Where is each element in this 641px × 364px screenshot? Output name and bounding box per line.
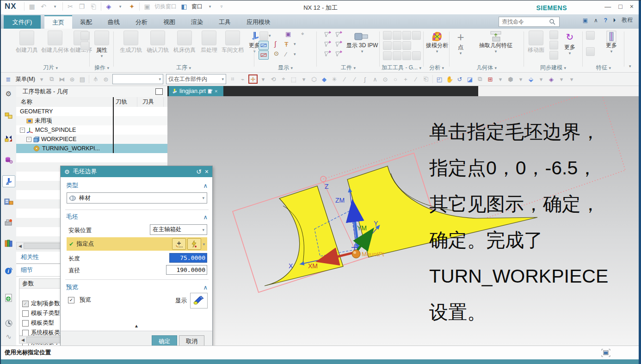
full-screen-icon[interactable]: ▣ — [583, 17, 588, 24]
orient-dropdown-icon[interactable]: ▾ — [537, 75, 545, 83]
feature-sketch-icon[interactable] — [586, 47, 595, 56]
constraint-navigator-icon[interactable] — [3, 133, 15, 144]
mt-icon-3[interactable] — [402, 31, 411, 40]
library-icon[interactable] — [3, 238, 15, 249]
point-button[interactable]: + 点▾ — [453, 31, 468, 56]
point-display-icon[interactable]: ⊙ — [274, 50, 279, 57]
create-geometry-button[interactable]: 创建几何体 — [41, 31, 69, 53]
select-parent-icon[interactable]: ⫛ — [92, 75, 99, 83]
perspective-icon[interactable]: ◪ — [466, 75, 474, 83]
ribbon-overflow-icon[interactable]: ▾ — [629, 64, 631, 68]
sync-icon-3[interactable] — [549, 51, 558, 60]
cutter-dropdown-icon[interactable]: ▾ — [294, 42, 296, 46]
checkbox-icon[interactable] — [22, 310, 29, 317]
group-dropdown-icon[interactable]: ▾ — [189, 66, 191, 70]
collapse-chevron-icon[interactable]: ∧ — [203, 182, 208, 189]
explode-icon[interactable]: ✳ — [331, 75, 338, 83]
tab-home[interactable]: 主页 — [44, 15, 72, 29]
mt-icon-9[interactable] — [393, 51, 401, 60]
part-display-toggle-icon[interactable] — [259, 50, 269, 60]
sash-handle-icon[interactable]: ∿ — [3, 331, 15, 342]
show-result-button[interactable] — [190, 293, 208, 308]
dialog-close-icon[interactable]: × — [205, 168, 209, 175]
collapse-icon[interactable]: − — [26, 137, 31, 142]
generate-toolpath-button[interactable]: 生成刀轨 — [118, 31, 144, 53]
find-command-box[interactable] — [499, 17, 560, 27]
tree-row-unused[interactable]: 未用项 — [16, 116, 167, 125]
type-filter-combo[interactable]: ▾ — [112, 74, 163, 84]
dialog-reset-icon[interactable]: ↺ — [196, 168, 202, 175]
line2-icon[interactable]: ∕ — [351, 75, 358, 83]
curve-icon[interactable]: ʃ — [361, 75, 369, 83]
machine-simulation-button[interactable]: 机床仿真 — [172, 31, 197, 53]
slash-icon[interactable]: ∕ — [412, 75, 419, 83]
group-dropdown-icon[interactable]: ▾ — [290, 66, 293, 70]
lasso-icon[interactable]: ⬚ — [290, 75, 297, 83]
tree-row-geometry[interactable]: GEOMETRY — [16, 107, 167, 116]
arc-icon[interactable]: ∧ — [371, 75, 379, 83]
draft-analysis-button[interactable]: 拔模分析▾ — [425, 31, 449, 55]
maximize-button[interactable]: □ — [618, 3, 622, 10]
mt-icon-6[interactable] — [393, 41, 401, 50]
view-grid-icon[interactable]: ⊞ — [487, 75, 494, 83]
dropdown-arrow-icon[interactable]: ▾ — [202, 196, 204, 200]
preview-checkbox-icon[interactable]: ✓ — [68, 297, 74, 303]
operation-navigator-icon[interactable] — [2, 175, 15, 187]
diameter-input[interactable]: 190.0000 — [166, 265, 207, 275]
group-dropdown-icon[interactable]: ▾ — [55, 66, 58, 70]
section-blank[interactable]: 毛坯∧ — [66, 212, 208, 222]
find-command-input[interactable] — [501, 18, 549, 25]
collapse-icon[interactable]: − — [20, 128, 25, 133]
inferred-point-button[interactable] — [187, 238, 201, 250]
tab-file[interactable]: 文件(F) — [4, 15, 41, 29]
show-3d-ipw-button[interactable]: 显示 3D IPW▾ — [346, 31, 378, 55]
menu-button[interactable]: 菜单(M) — [16, 75, 35, 83]
display-dropdown-icon[interactable]: ▾ — [269, 33, 271, 38]
select-filter-icon-4[interactable]: ▤ — [79, 75, 86, 83]
move-face-button[interactable]: 移动面 — [525, 31, 547, 53]
effects-icon[interactable]: ◈ — [548, 75, 555, 83]
display-option-icon[interactable] — [259, 31, 268, 40]
dialog-collapse-arrow-icon[interactable]: ▲ — [61, 323, 212, 328]
insert-extra-icon[interactable] — [80, 31, 89, 40]
lasso-dropdown-icon[interactable]: ▾ — [300, 75, 308, 83]
rotate-icon[interactable]: ↺ — [456, 75, 463, 83]
orient-cube-icon[interactable]: ⬙ — [527, 75, 535, 83]
funnel-icons[interactable] — [324, 31, 344, 59]
menu-dropdown-icon[interactable]: ▾ — [38, 75, 45, 83]
feature-more-button[interactable]: 更多▾ — [603, 31, 620, 55]
group-dropdown-icon[interactable]: ▾ — [609, 66, 611, 70]
snap-icon-1[interactable]: ⌗ — [229, 75, 236, 83]
sync-icon-2[interactable] — [549, 41, 558, 49]
sync-more-button[interactable]: ↻ 更多▾ — [561, 31, 578, 56]
template-document-icon[interactable] — [3, 292, 15, 303]
ellipse-icon[interactable]: ○ — [392, 75, 399, 83]
zoom-box-icon[interactable]: ◰ — [436, 75, 443, 83]
part-navigator-icon[interactable] — [3, 154, 15, 166]
tab-render[interactable]: 渲染 — [183, 15, 211, 29]
tree-row-turning-workpiece[interactable]: TURNING_WORKPI... — [16, 144, 167, 153]
snap-icon-2[interactable]: ⌁ — [239, 75, 247, 83]
window-select-icon[interactable] — [601, 349, 610, 358]
point-options-dropdown-icon[interactable]: ▾ — [203, 242, 205, 247]
snap-icon-4[interactable]: ⌖ — [280, 75, 287, 83]
properties-button[interactable]: 属性▾ — [93, 31, 110, 59]
specify-point-row[interactable]: ✔ 指定点 ▾ — [67, 237, 207, 251]
checkbox-checked-icon[interactable]: ✓ — [22, 301, 29, 307]
navigator-float-button[interactable] — [155, 88, 163, 95]
mt-icon-5[interactable] — [383, 41, 392, 50]
circle-center-icon[interactable]: ⊙ — [382, 75, 389, 83]
section-preview[interactable]: 预览∧ — [66, 283, 208, 292]
part-tab[interactable]: lingjian.prt × — [169, 86, 223, 96]
snap-point-icon[interactable]: ✛ — [249, 75, 257, 83]
sync-icon-1[interactable] — [549, 31, 558, 39]
cutter-display-icon[interactable]: Ŧ — [284, 41, 289, 48]
minimize-ribbon-icon[interactable]: ∧ — [594, 17, 598, 24]
close-button[interactable]: × — [630, 3, 634, 10]
select-filter-icon-3[interactable]: ⊛ — [68, 75, 76, 83]
minimize-button[interactable]: — — [604, 3, 611, 10]
shop-doc-button[interactable]: 车间文档 — [220, 31, 246, 53]
tab-assembly[interactable]: 装配 — [72, 15, 100, 29]
pan-icon[interactable]: ✋ — [446, 75, 453, 83]
tab-curve[interactable]: 曲线 — [100, 15, 128, 29]
